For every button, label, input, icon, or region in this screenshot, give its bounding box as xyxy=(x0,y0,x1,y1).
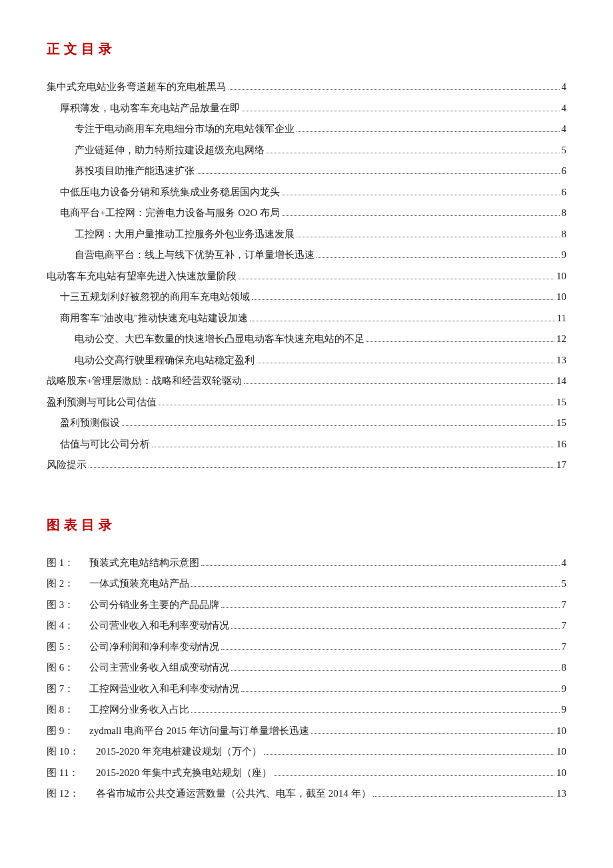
figure-entry-prefix: 图 9： xyxy=(47,721,89,742)
figure-entry[interactable]: 图 2：一体式预装充电站产品5 xyxy=(47,573,566,595)
toc-entry[interactable]: 自营电商平台：线上与线下优势互补，订单量增长迅速9 xyxy=(47,245,566,266)
toc-entry-page: 12 xyxy=(556,329,566,350)
figure-entry-page: 7 xyxy=(562,595,567,616)
figures-heading: 图表目录 xyxy=(47,516,566,534)
toc-entry[interactable]: 电商平台+工控网：完善电力设备与服务 O2O 布局8 xyxy=(47,203,566,224)
figure-entry-prefix: 图 6： xyxy=(47,657,89,679)
figure-entry[interactable]: 图 8：工控网分业务收入占比9 xyxy=(47,699,566,721)
toc-entry-label: 战略股东+管理层激励：战略和经营双轮驱动 xyxy=(47,371,242,392)
figure-leader-dots xyxy=(191,704,560,713)
toc-entry[interactable]: 工控网：大用户量推动工控服务外包业务迅速发展8 xyxy=(47,224,566,245)
figure-entry[interactable]: 图 5：公司净利润和净利率变动情况7 xyxy=(47,637,566,658)
toc-entry[interactable]: 电动客车充电站有望率先进入快速放量阶段10 xyxy=(47,266,566,287)
toc-entry-label: 工控网：大用户量推动工控服务外包业务迅速发展 xyxy=(75,224,295,245)
toc-leader-dots xyxy=(250,312,554,321)
toc-entry-page: 10 xyxy=(556,266,566,287)
toc-leader-dots xyxy=(257,354,554,363)
toc-entry-page: 17 xyxy=(556,455,566,476)
toc-entry-label: 盈利预测与可比公司估值 xyxy=(47,392,157,413)
toc-entry-page: 15 xyxy=(556,413,566,434)
figure-entry-page: 13 xyxy=(556,783,566,805)
figure-entry[interactable]: 图 11：2015-2020 年集中式充换电站规划（座）10 xyxy=(47,763,566,784)
toc-leader-dots xyxy=(152,438,554,447)
figure-entry-page: 5 xyxy=(562,573,567,595)
figure-leader-dots xyxy=(274,767,554,776)
toc-entry-label: 专注于电动商用车充电细分市场的充电站领军企业 xyxy=(75,119,295,140)
figure-leader-dots xyxy=(311,725,554,734)
toc-entry[interactable]: 集中式充电站业务弯道超车的充电桩黑马4 xyxy=(47,77,566,98)
figure-entry-label: 公司净利润和净利率变动情况 xyxy=(89,637,219,658)
toc-entry-label: 盈利预测假设 xyxy=(60,413,120,434)
figure-entry-prefix: 图 4： xyxy=(47,615,89,637)
toc-heading: 正文目录 xyxy=(47,40,566,58)
figure-entry[interactable]: 图 1：预装式充电站结构示意图4 xyxy=(47,553,566,574)
toc-entry[interactable]: 盈利预测假设15 xyxy=(47,413,566,434)
figure-entry-page: 4 xyxy=(562,553,567,574)
toc-entry[interactable]: 十三五规划利好被忽视的商用车充电站领域10 xyxy=(47,287,566,308)
figure-entry-page: 10 xyxy=(556,741,566,763)
figure-entry[interactable]: 图 12：各省市城市公共交通运营数量（公共汽、电车，截至 2014 年）13 xyxy=(47,783,566,805)
toc-entry-label: 集中式充电站业务弯道超车的充电桩黑马 xyxy=(47,77,227,98)
figure-entry-prefix: 图 5： xyxy=(47,637,89,658)
toc-entry-page: 6 xyxy=(562,182,567,203)
figure-entry-page: 10 xyxy=(556,763,566,784)
toc-leader-dots xyxy=(89,459,554,469)
figure-entry[interactable]: 图 4：公司营业收入和毛利率变动情况7 xyxy=(47,615,566,637)
figure-entry-prefix: 图 12： xyxy=(47,783,96,805)
toc-entry-label: 风险提示 xyxy=(47,455,87,476)
toc-entry-label: 中低压电力设备分销和系统集成业务稳居国内龙头 xyxy=(60,182,280,203)
toc-entry[interactable]: 战略股东+管理层激励：战略和经营双轮驱动14 xyxy=(47,371,566,392)
toc-entry-label: 募投项目助推产能迅速扩张 xyxy=(75,161,195,182)
figure-entry-prefix: 图 8： xyxy=(47,699,89,721)
toc-entry[interactable]: 盈利预测与可比公司估值15 xyxy=(47,392,566,413)
figure-entry[interactable]: 图 6：公司主营业务收入组成变动情况8 xyxy=(47,657,566,679)
toc-entry-page: 14 xyxy=(556,371,566,392)
figure-entry-page: 10 xyxy=(556,721,566,742)
toc-entry-label: 厚积薄发，电动客车充电站产品放量在即 xyxy=(60,98,240,119)
toc-entry[interactable]: 风险提示17 xyxy=(47,455,566,476)
figures-list: 图 1：预装式充电站结构示意图4图 2：一体式预装充电站产品5图 3：公司分销业… xyxy=(47,553,566,805)
toc-entry[interactable]: 募投项目助推产能迅速扩张6 xyxy=(47,161,566,182)
figure-entry-label: 各省市城市公共交通运营数量（公共汽、电车，截至 2014 年） xyxy=(96,783,371,805)
toc-entry[interactable]: 中低压电力设备分销和系统集成业务稳居国内龙头6 xyxy=(47,182,566,203)
figure-leader-dots xyxy=(231,662,560,671)
toc-leader-dots xyxy=(239,270,554,279)
toc-leader-dots xyxy=(229,81,560,91)
figure-entry[interactable]: 图 10：2015-2020 年充电桩建设规划（万个）10 xyxy=(47,741,566,763)
figure-entry[interactable]: 图 7：工控网营业收入和毛利率变动情况9 xyxy=(47,679,566,700)
figure-entry[interactable]: 图 9：zydmall 电商平台 2015 年访问量与订单量增长迅速10 xyxy=(47,721,566,742)
toc-entry-page: 16 xyxy=(556,434,566,455)
figure-entry-label: 公司分销业务主要的产品品牌 xyxy=(89,595,219,616)
toc-entry[interactable]: 专注于电动商用车充电细分市场的充电站领军企业4 xyxy=(47,119,566,140)
toc-entry-page: 5 xyxy=(562,140,567,161)
figure-leader-dots xyxy=(221,599,560,608)
toc-entry[interactable]: 估值与可比公司分析16 xyxy=(47,434,566,455)
figure-entry-label: 工控网分业务收入占比 xyxy=(89,699,189,721)
figure-entry-prefix: 图 3： xyxy=(47,595,89,616)
figure-entry-page: 7 xyxy=(562,637,567,658)
toc-entry-label: 电动公交高行驶里程确保充电站稳定盈利 xyxy=(75,350,255,371)
toc-entry-label: 电动公交、大巴车数量的快速增长凸显电动客车快速充电站的不足 xyxy=(75,329,364,350)
toc-leader-dots xyxy=(252,291,554,301)
toc-leader-dots xyxy=(316,249,560,259)
figure-entry-label: 公司主营业务收入组成变动情况 xyxy=(89,657,229,679)
figure-entry-label: 预装式充电站结构示意图 xyxy=(89,553,199,574)
toc-leader-dots xyxy=(159,396,554,405)
toc-entry[interactable]: 产业链延伸，助力特斯拉建设超级充电网络5 xyxy=(47,140,566,161)
figure-entry-prefix: 图 2： xyxy=(47,573,89,595)
toc-entry[interactable]: 商用客车"油改电"推动快速充电站建设加速11 xyxy=(47,308,566,329)
toc-entry[interactable]: 电动公交、大巴车数量的快速增长凸显电动客车快速充电站的不足12 xyxy=(47,329,566,350)
toc-entry-label: 商用客车"油改电"推动快速充电站建设加速 xyxy=(60,308,248,329)
toc-entry[interactable]: 厚积薄发，电动客车充电站产品放量在即4 xyxy=(47,98,566,119)
toc-leader-dots xyxy=(297,123,560,133)
toc-entry[interactable]: 电动公交高行驶里程确保充电站稳定盈利13 xyxy=(47,350,566,371)
figure-entry-prefix: 图 7： xyxy=(47,679,89,700)
toc-leader-dots xyxy=(267,144,560,153)
toc-entry-page: 8 xyxy=(562,224,567,245)
figure-entry-page: 9 xyxy=(562,699,567,721)
figure-entry-label: 公司营业收入和毛利率变动情况 xyxy=(89,615,229,637)
toc-list: 集中式充电站业务弯道超车的充电桩黑马4厚积薄发，电动客车充电站产品放量在即4专注… xyxy=(47,77,566,476)
figure-entry-label: 工控网营业收入和毛利率变动情况 xyxy=(89,679,239,700)
figure-entry[interactable]: 图 3：公司分销业务主要的产品品牌7 xyxy=(47,595,566,616)
figure-leader-dots xyxy=(373,788,555,797)
